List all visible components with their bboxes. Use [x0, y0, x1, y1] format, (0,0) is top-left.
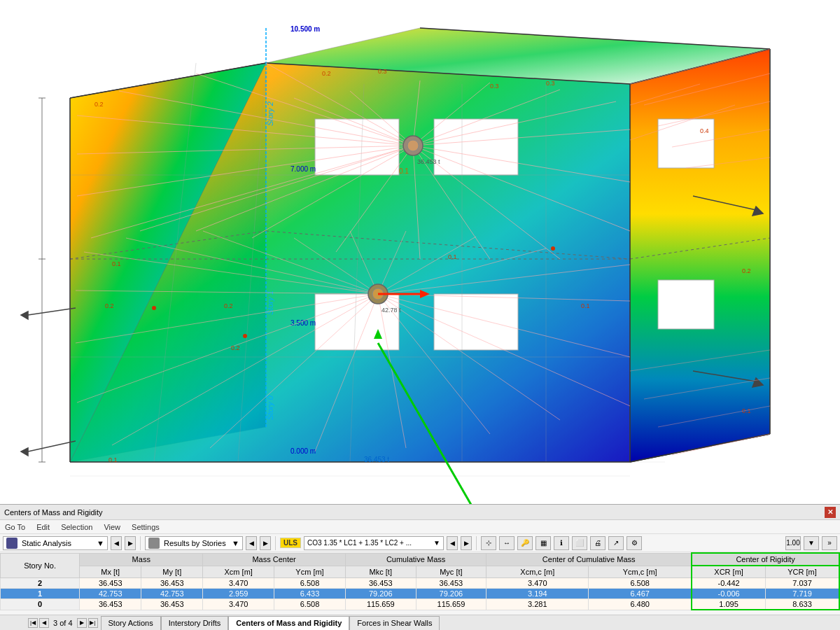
- svg-text:0.3: 0.3: [378, 68, 387, 75]
- tab-story-actions[interactable]: Story Actions: [101, 616, 161, 630]
- table-row[interactable]: 236.45336.4533.4706.50836.45336.4533.470…: [1, 578, 840, 589]
- page-last-btn[interactable]: ▶|: [88, 618, 98, 628]
- cell-myc: 115.659: [416, 599, 486, 610]
- page-prev-btn[interactable]: ◀: [39, 618, 49, 628]
- results-prev-btn[interactable]: ◀: [246, 536, 257, 550]
- cell-xcmc: 3.194: [486, 589, 589, 599]
- chevron-down-icon: ▼: [97, 539, 104, 547]
- table-row[interactable]: 142.75342.7532.9596.43379.20679.2063.194…: [1, 589, 840, 599]
- results-dropdown[interactable]: Results by Stories ▼: [145, 536, 243, 550]
- svg-point-117: [551, 246, 555, 251]
- svg-text:0.4: 0.4: [700, 127, 709, 134]
- toolbar-btn-7[interactable]: 🖨: [590, 536, 606, 550]
- svg-point-74: [407, 140, 419, 151]
- col-sub-mx: Mx [t]: [80, 566, 141, 578]
- combo-label: CO3 1.35 * LC1 + 1.35 * LC2 + ...: [307, 539, 433, 547]
- cell-ycmc: 6.467: [589, 589, 692, 599]
- svg-marker-6: [630, 49, 770, 462]
- title-bar: Centers of Mass and Rigidity ✕: [0, 505, 840, 520]
- toolbar-btn-5[interactable]: ℹ: [554, 536, 569, 550]
- toolbar-btn-4[interactable]: ▦: [536, 536, 551, 550]
- menu-goto[interactable]: Go To: [3, 523, 27, 531]
- close-button[interactable]: ✕: [825, 507, 836, 518]
- data-table-container: Story No. Mass Mass Center Cumulative Ma…: [0, 552, 840, 615]
- svg-text:0.1: 0.1: [112, 260, 121, 267]
- cell-myc: 36.453: [416, 578, 486, 589]
- cell-myc: 79.206: [416, 589, 486, 599]
- col-sub-xcm: Xcm [m]: [203, 566, 274, 578]
- svg-rect-8: [434, 119, 518, 175]
- analysis-label: Static Analysis: [19, 539, 95, 547]
- toolbar-btn-zoom-out[interactable]: 1.00: [785, 536, 801, 550]
- cell-ycmc: 6.480: [589, 599, 692, 610]
- toolbar-btn-zoom-menu[interactable]: ▼: [804, 536, 819, 550]
- tab-centers-mass-rigidity[interactable]: Centers of Mass and Rigidity: [228, 616, 349, 630]
- cell-mx: 36.453: [80, 599, 141, 610]
- col-header-cumulative: Cumulative Mass: [345, 553, 486, 566]
- svg-text:0.2: 0.2: [105, 302, 114, 309]
- menu-selection[interactable]: Selection: [59, 523, 94, 531]
- col-sub-ycm: Ycm [m]: [274, 566, 346, 578]
- cell-mx: 42.753: [80, 589, 141, 599]
- col-sub-xcr: XCR [m]: [692, 566, 765, 578]
- tab-forces-shear-walls[interactable]: Forces in Shear Walls: [349, 616, 440, 630]
- svg-text:0.3: 0.3: [490, 83, 499, 90]
- col-header-center-cumulative: Center of Cumulative Mass: [486, 553, 692, 566]
- col-sub-my: My [t]: [141, 566, 203, 578]
- panel-title: Centers of Mass and Rigidity: [4, 508, 103, 517]
- svg-text:36.453 t: 36.453 t: [417, 158, 440, 165]
- menu-bar: Go To Edit Selection View Settings: [0, 520, 840, 534]
- analysis-next-btn[interactable]: ▶: [125, 536, 136, 550]
- page-next-btn[interactable]: ▶: [77, 618, 87, 628]
- toolbar-row: Static Analysis ▼ ◀ ▶ Results by Stories…: [0, 534, 840, 552]
- toolbar-btn-more[interactable]: »: [822, 536, 837, 550]
- svg-text:3.500 m: 3.500 m: [290, 319, 316, 327]
- menu-settings[interactable]: Settings: [130, 523, 162, 531]
- svg-text:0.1: 0.1: [581, 302, 590, 309]
- col-sub-ycmc: Ycm,c [m]: [589, 566, 692, 578]
- 3d-viewport: Story 2 Story 1 Story 0 10.500 m 7.000 m…: [0, 0, 840, 504]
- svg-text:0.000 m: 0.000 m: [290, 447, 316, 455]
- cell-ycmc: 6.508: [589, 578, 692, 589]
- table-row[interactable]: 036.45336.4533.4706.508115.659115.6593.2…: [1, 599, 840, 610]
- svg-text:0.1: 0.1: [399, 167, 409, 175]
- page-first-btn[interactable]: |◀: [28, 618, 38, 628]
- toolbar-btn-1[interactable]: ⊹: [481, 536, 496, 550]
- menu-view[interactable]: View: [102, 523, 122, 531]
- page-indicator: 3 of 4: [50, 619, 76, 627]
- cell-xcmc: 3.281: [486, 599, 589, 610]
- svg-text:0.1: 0.1: [108, 456, 118, 463]
- menu-edit[interactable]: Edit: [34, 523, 52, 531]
- tab-interstory-drifts[interactable]: Interstory Drifts: [161, 616, 229, 630]
- svg-text:0.2: 0.2: [742, 267, 751, 274]
- toolbar-btn-9[interactable]: ⚙: [626, 536, 642, 550]
- toolbar-btn-3[interactable]: 🔑: [517, 536, 533, 550]
- results-icon: [148, 538, 160, 549]
- uls-badge: ULS: [280, 538, 301, 548]
- cell-story-no: 2: [1, 578, 80, 589]
- svg-text:0.1: 0.1: [448, 253, 457, 260]
- data-table: Story No. Mass Mass Center Cumulative Ma…: [0, 552, 840, 610]
- analysis-prev-btn[interactable]: ◀: [111, 536, 122, 550]
- toolbar-btn-6[interactable]: ⬜: [572, 536, 587, 550]
- cell-mx: 36.453: [80, 578, 141, 589]
- combo-dropdown[interactable]: CO3 1.35 * LC1 + 1.35 * LC2 + ... ▼: [304, 536, 444, 550]
- combo-prev-btn[interactable]: ◀: [447, 536, 458, 550]
- cell-xcmc: 3.470: [486, 578, 589, 589]
- results-next-btn[interactable]: ▶: [260, 536, 271, 550]
- cell-ycr: 7.037: [766, 578, 839, 589]
- combo-next-btn[interactable]: ▶: [461, 536, 472, 550]
- analysis-dropdown[interactable]: Static Analysis ▼: [3, 536, 108, 550]
- svg-text:7.000 m: 7.000 m: [290, 165, 316, 173]
- cell-xcr: 1.095: [692, 599, 765, 610]
- page-nav: |◀ ◀ 3 of 4 ▶ ▶|: [28, 618, 98, 628]
- chevron-combo-icon: ▼: [433, 539, 440, 547]
- svg-point-115: [152, 306, 156, 310]
- col-sub-xcmc: Xcm,c [m]: [486, 566, 589, 578]
- analysis-icon: [6, 538, 18, 549]
- toolbar-btn-8[interactable]: ↗: [608, 536, 624, 550]
- svg-text:Story 2: Story 2: [266, 102, 274, 126]
- svg-text:0.2: 0.2: [94, 101, 104, 108]
- toolbar-btn-2[interactable]: ↔: [499, 536, 514, 550]
- cell-xcr: -0.006: [692, 589, 765, 599]
